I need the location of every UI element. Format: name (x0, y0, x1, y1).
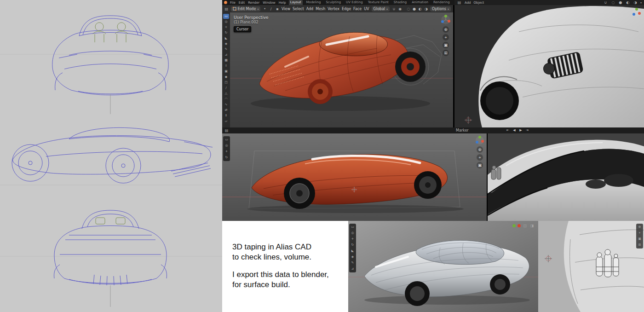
vertex-select-mode-icon[interactable]: • (263, 6, 267, 12)
menu-view[interactable]: View (282, 7, 290, 11)
xray-icon[interactable]: ◨ (529, 223, 535, 228)
tool-select-box-icon[interactable]: ▭ (223, 14, 229, 19)
mode-dropdown[interactable]: Edit Mode ▾ (231, 6, 261, 12)
solid-shading-icon[interactable]: ● (413, 7, 416, 11)
workspace-tab-texture-paint[interactable]: Texture Paint (367, 0, 390, 5)
tool-move-icon[interactable]: + (223, 25, 229, 30)
tool-poly-build-icon[interactable]: △ (223, 91, 229, 96)
tool-inset-faces-icon[interactable]: ▣ (223, 69, 229, 74)
zoom-icon[interactable]: ⊕ (637, 225, 643, 230)
menu-edit[interactable]: Edit (238, 1, 246, 5)
viewport-3-canvas[interactable]: ▭ ◎ + ↻ ⊕ ⌖ ▣ (222, 133, 487, 221)
orbit-gizmo[interactable] (475, 136, 484, 145)
jump-to-start-icon[interactable]: ⇤ (505, 128, 511, 133)
tool-smooth-icon[interactable]: ∿ (223, 102, 229, 107)
tool-extrude-icon[interactable]: ⇧ (223, 64, 229, 69)
workspace-tab-modeling[interactable]: Modeling (305, 0, 322, 5)
workspace-tab-uv-editing[interactable]: UV Editing (345, 0, 364, 5)
tool-scale-icon[interactable]: ◣ (223, 36, 229, 41)
camera-view-icon[interactable]: ▣ (443, 42, 449, 48)
face-select-mode-icon[interactable]: ▪ (275, 6, 279, 12)
proportional-editing-icon[interactable]: ◉ (398, 6, 402, 12)
timeline-editor-icon[interactable]: ▤ (224, 128, 229, 133)
material-shading-icon[interactable]: ◐ (419, 7, 422, 11)
tool-cursor-icon[interactable]: ◎ (350, 231, 356, 236)
snap-magnet-icon[interactable]: ∪ (603, 0, 608, 5)
workspace-tab-layout[interactable]: Layout (289, 0, 303, 5)
tool-cursor-icon[interactable]: ◎ (223, 19, 229, 24)
tool-loop-cut-icon[interactable]: ◫ (223, 80, 229, 85)
pan-icon[interactable]: ⌖ (477, 154, 483, 161)
orbit-gizmo[interactable] (632, 8, 641, 17)
menu-uv[interactable]: UV (364, 7, 369, 11)
tool-transform-icon[interactable]: ◈ (350, 254, 356, 260)
material-shading-icon[interactable]: ◐ (626, 0, 630, 5)
tool-rotate-icon[interactable]: ↻ (350, 243, 356, 248)
viewport-2-canvas[interactable] (454, 5, 644, 127)
jump-to-end-icon[interactable]: ⇥ (524, 128, 530, 133)
wireframe-shading-icon[interactable]: ◌ (611, 0, 615, 5)
tool-cursor-icon[interactable]: ◎ (224, 143, 230, 148)
menu-window[interactable]: Window (262, 1, 276, 5)
viewport-4-canvas[interactable] (488, 133, 644, 221)
tool-annotate-icon[interactable]: ✎ (223, 47, 229, 52)
tool-knife-icon[interactable]: ∕ (223, 86, 229, 91)
tool-move-icon[interactable]: + (224, 149, 230, 154)
menu-add[interactable]: Add (306, 7, 314, 11)
menu-object[interactable]: Object (474, 1, 484, 5)
menu-add[interactable]: Add (465, 1, 471, 5)
pan-icon[interactable]: ⌖ (443, 34, 449, 40)
solid-shading-icon[interactable]: ● (618, 0, 623, 5)
menu-edge[interactable]: Edge (342, 7, 351, 11)
workspace-tab-rendering[interactable]: Rendering (432, 0, 451, 5)
viewport-6-canvas[interactable]: ⊕ ⌖ ▣ ⊞ (538, 221, 644, 312)
camera-view-icon[interactable]: ▣ (477, 162, 483, 168)
tool-rotate-icon[interactable]: ↻ (223, 30, 229, 35)
orbit-gizmo[interactable] (441, 15, 451, 25)
tool-measure-icon[interactable]: ⊿ (223, 52, 229, 58)
tool-shrink-fatten-icon[interactable]: ⇕ (223, 113, 229, 118)
transform-orientation-dropdown[interactable]: Global ▾ (372, 6, 390, 12)
menu-vertex[interactable]: Vertex (328, 7, 339, 11)
menu-select[interactable]: Select (293, 7, 304, 11)
red-axis-dot[interactable] (518, 224, 521, 227)
rendered-shading-icon[interactable]: ◑ (633, 0, 638, 5)
viewport-1-canvas[interactable]: User Perspective (1) Plane.002 Cursor ⊕ … (230, 12, 453, 127)
tool-edge-slide-icon[interactable]: ⇄ (223, 108, 229, 113)
play-icon[interactable]: ▶ (518, 128, 523, 133)
zoom-icon[interactable]: ⊕ (443, 26, 449, 33)
ortho-toggle-icon[interactable]: ⊞ (443, 50, 449, 56)
workspace-tab-sculpting[interactable]: Sculpting (324, 0, 342, 5)
menu-file[interactable]: File (230, 1, 236, 5)
snap-magnet-icon[interactable]: ∪ (392, 6, 396, 12)
rendered-shading-icon[interactable]: ◑ (424, 7, 428, 11)
menu-render[interactable]: Render (247, 1, 260, 5)
tool-select-box-icon[interactable]: ▭ (224, 137, 230, 142)
pan-icon[interactable]: ⌖ (637, 231, 643, 236)
overlays-icon[interactable]: ◫ (523, 223, 528, 228)
tool-transform-icon[interactable]: ◈ (223, 41, 229, 46)
green-axis-dot[interactable] (512, 224, 516, 227)
tool-rotate-icon[interactable]: ↻ (224, 155, 230, 160)
workspace-tab-animation[interactable]: Animation (410, 0, 430, 5)
tool-annotate-icon[interactable]: ✎ (350, 260, 356, 266)
tool-shear-icon[interactable]: ▱ (223, 119, 229, 124)
menu-face[interactable]: Face (353, 7, 362, 11)
play-reverse-icon[interactable]: ◀ (512, 128, 517, 133)
editor-type-icon[interactable]: ▤ (457, 0, 462, 5)
edge-select-mode-icon[interactable]: ∕ (269, 6, 273, 12)
timeline-marker-menu[interactable]: Marker (456, 128, 469, 133)
tool-measure-icon[interactable]: ⊿ (350, 266, 356, 272)
tool-add-cube-icon[interactable]: ▦ (223, 58, 229, 63)
viewport-5-canvas[interactable]: ▭ ◎ + ↻ ◣ ◈ ✎ ⊿ ◫ ◨ (348, 221, 538, 312)
tool-select-box-icon[interactable]: ▭ (350, 225, 356, 230)
tool-bevel-icon[interactable]: ◆ (223, 75, 229, 80)
tool-scale-icon[interactable]: ◣ (350, 248, 356, 254)
zoom-icon[interactable]: ⊕ (477, 146, 483, 153)
tool-spin-icon[interactable]: ◠ (223, 97, 229, 102)
ortho-toggle-icon[interactable]: ⊞ (637, 243, 643, 248)
blender-logo-icon[interactable] (224, 1, 227, 4)
options-dropdown[interactable]: Options ▾ (430, 6, 451, 12)
workspace-tab-shading[interactable]: Shading (392, 0, 408, 5)
editor-type-icon[interactable]: ▤ (224, 6, 229, 12)
